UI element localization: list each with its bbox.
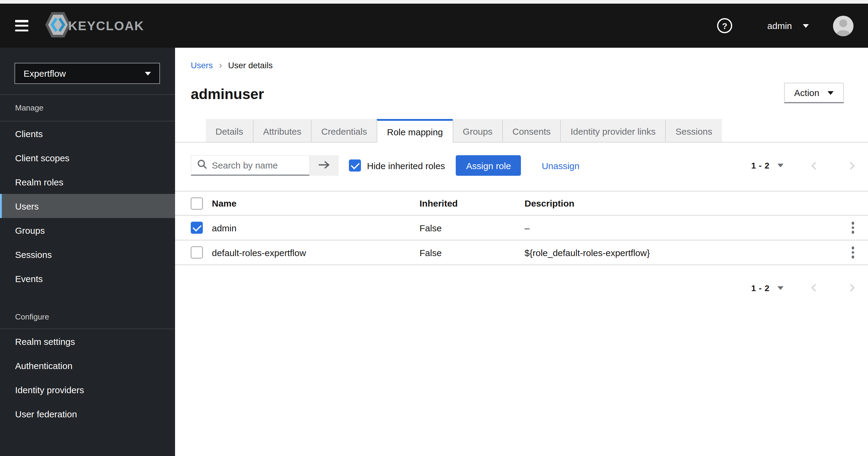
role-mapping-table: Name Inherited Description admin False –: [175, 191, 868, 265]
search-icon: [197, 159, 207, 171]
avatar-body: [836, 30, 850, 36]
assign-role-button[interactable]: Assign role: [456, 155, 521, 176]
masthead: KEYCLOAK ? admin: [0, 4, 868, 48]
avatar[interactable]: [833, 16, 854, 36]
role-name-cell: default-roles-expertflow: [212, 247, 420, 258]
chevron-down-icon: [777, 164, 783, 167]
sidebar-item-realm-settings[interactable]: Realm settings: [0, 329, 175, 353]
sidebar-item-client-scopes[interactable]: Client scopes: [0, 146, 175, 170]
table-header-row: Name Inherited Description: [175, 191, 868, 216]
tab-consents[interactable]: Consents: [502, 119, 560, 142]
breadcrumb-users-link[interactable]: Users: [191, 60, 213, 70]
pagination-next-button[interactable]: [847, 162, 855, 169]
avatar-head: [839, 19, 847, 27]
sidebar-item-realm-roles[interactable]: Realm roles: [0, 170, 175, 194]
arrow-right-icon: [318, 160, 330, 171]
sidebar-item-authentication[interactable]: Authentication: [0, 353, 175, 377]
table-cell-kebab: [838, 220, 868, 236]
hide-inherited-roles-checkbox[interactable]: [349, 160, 361, 172]
brand-text: KEYCLOAK: [68, 19, 144, 33]
realm-selector[interactable]: Expertflow: [14, 63, 160, 84]
hide-inherited-roles-control[interactable]: Hide inherited roles: [349, 160, 445, 172]
page-title: adminuser: [191, 86, 264, 103]
column-header-inherited: Inherited: [420, 198, 525, 208]
chevron-down-icon: [828, 91, 834, 94]
nav-section-label-manage: Manage: [0, 94, 175, 121]
role-description-cell: ${role_default-roles-expertflow}: [525, 247, 838, 258]
row-checkbox[interactable]: [191, 222, 203, 234]
pagination-top: 1 - 2: [751, 155, 854, 176]
breadcrumb: Users › User details: [191, 60, 273, 70]
sidebar: Expertflow Manage Clients Client scopes …: [0, 48, 175, 456]
pagination-bottom: 1 - 2: [751, 274, 854, 302]
tab-identity-provider-links[interactable]: Identity provider links: [560, 119, 665, 142]
role-description-cell: –: [525, 223, 838, 233]
table-cell-checkbox: [191, 222, 212, 234]
table-row: admin False –: [175, 216, 868, 240]
pagination-toggle[interactable]: 1 - 2: [751, 161, 783, 170]
chevron-down-icon: [803, 24, 809, 27]
row-kebab-icon[interactable]: [849, 220, 857, 236]
table-row: default-roles-expertflow False ${role_de…: [175, 240, 868, 265]
sidebar-item-user-federation[interactable]: User federation: [0, 402, 175, 426]
table-cell-checkbox: [191, 197, 212, 209]
row-kebab-icon[interactable]: [849, 244, 857, 261]
role-inherited-cell: False: [420, 247, 525, 258]
search-input[interactable]: [212, 160, 303, 170]
masthead-right: ? admin: [717, 16, 854, 36]
help-icon[interactable]: ?: [717, 18, 732, 33]
sidebar-item-clients[interactable]: Clients: [0, 121, 175, 146]
tab-role-mapping[interactable]: Role mapping: [377, 119, 453, 143]
action-dropdown-label: Action: [794, 88, 819, 98]
user-menu[interactable]: admin: [767, 21, 809, 31]
search-submit-button[interactable]: [310, 155, 339, 176]
select-all-checkbox[interactable]: [191, 197, 203, 209]
keycloak-admin-console: KEYCLOAK ? admin Expertflow Manage Clien…: [0, 0, 868, 456]
tab-bar: Details Attributes Credentials Role mapp…: [175, 119, 868, 143]
tab-attributes[interactable]: Attributes: [253, 119, 311, 142]
keycloak-hexagon-icon: [45, 11, 71, 40]
pagination-range: 1 - 2: [751, 283, 770, 293]
search-group: [191, 155, 339, 176]
sidebar-nav: Manage Clients Client scopes Realm roles…: [0, 94, 175, 426]
sidebar-item-identity-providers[interactable]: Identity providers: [0, 377, 175, 402]
role-inherited-cell: False: [420, 223, 525, 233]
search-box: [191, 155, 310, 176]
sidebar-item-groups[interactable]: Groups: [0, 218, 175, 242]
sidebar-item-sessions[interactable]: Sessions: [0, 242, 175, 266]
keycloak-logo: KEYCLOAK: [45, 11, 144, 40]
realm-selector-value: Expertflow: [24, 68, 66, 79]
role-name-cell: admin: [212, 223, 420, 233]
window-top-strip: [0, 0, 868, 4]
pagination-next-button[interactable]: [847, 284, 855, 291]
column-header-name: Name: [212, 198, 420, 208]
sidebar-item-users[interactable]: Users: [0, 194, 175, 218]
role-mapping-toolbar: Hide inherited roles Assign role Unassig…: [191, 155, 868, 176]
table-cell-checkbox: [191, 247, 212, 258]
row-checkbox[interactable]: [191, 247, 203, 258]
hamburger-menu-icon[interactable]: [15, 20, 28, 31]
tab-groups[interactable]: Groups: [453, 119, 502, 142]
pagination-range: 1 - 2: [751, 161, 770, 170]
unassign-link[interactable]: Unassign: [542, 160, 580, 171]
action-dropdown-button[interactable]: Action: [784, 83, 844, 103]
chevron-down-icon: [145, 72, 151, 75]
nav-section-label-configure: Configure: [0, 305, 175, 329]
tab-sessions[interactable]: Sessions: [665, 119, 722, 142]
hide-inherited-roles-label: Hide inherited roles: [367, 160, 445, 171]
column-header-description: Description: [525, 198, 838, 208]
nav-section-configure: Configure Realm settings Authentication …: [0, 305, 175, 426]
pagination-prev-button[interactable]: [811, 284, 819, 291]
main-content: Users › User details adminuser Action De…: [175, 48, 868, 456]
breadcrumb-current: User details: [228, 60, 273, 70]
tab-details[interactable]: Details: [206, 119, 253, 142]
pagination-prev-button[interactable]: [811, 162, 819, 169]
nav-section-manage: Manage Clients Client scopes Realm roles…: [0, 94, 175, 290]
chevron-right-icon: ›: [219, 61, 222, 69]
table-cell-kebab: [838, 244, 868, 261]
tab-credentials[interactable]: Credentials: [311, 119, 377, 142]
chevron-down-icon: [777, 286, 783, 290]
sidebar-item-events[interactable]: Events: [0, 266, 175, 290]
user-menu-label: admin: [767, 21, 792, 31]
pagination-toggle[interactable]: 1 - 2: [751, 283, 783, 293]
